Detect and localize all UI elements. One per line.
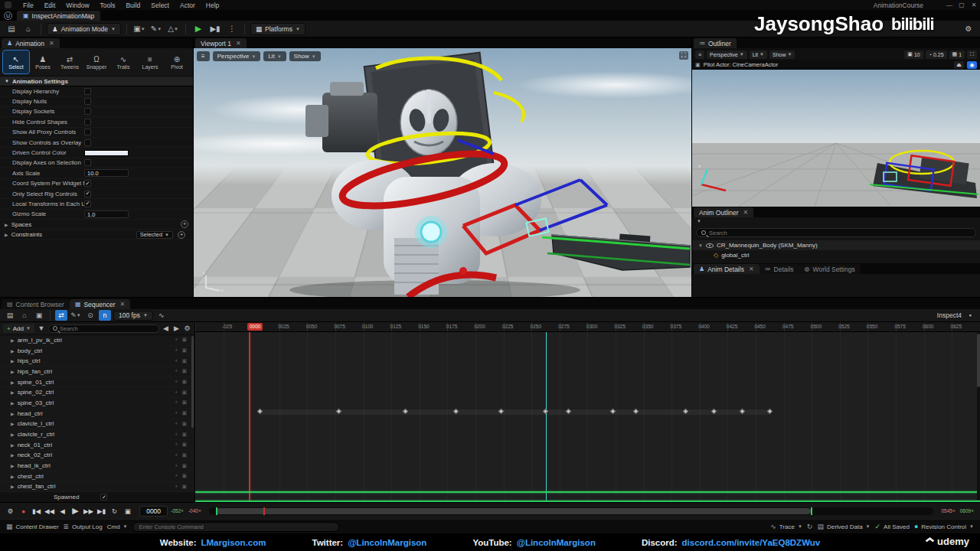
add-constraint-button[interactable]: + (178, 231, 185, 239)
spawned-checkbox[interactable]: ✓ (100, 494, 107, 500)
console-command-input[interactable] (132, 522, 339, 532)
close-icon[interactable]: ✕ (120, 301, 126, 308)
viewport-options-icon[interactable]: ≡ (695, 51, 704, 59)
setting-number-field[interactable]: 10.0 (84, 169, 129, 177)
menu-item-file[interactable]: File (18, 2, 39, 9)
curve-editor-icon[interactable]: ∿ (155, 310, 168, 321)
output-log-button[interactable]: ≣ Output Log (64, 523, 103, 530)
chevron-right-icon[interactable]: ▶ (11, 369, 15, 374)
pilot-camera-view[interactable]: z (692, 70, 980, 207)
setting-checkbox[interactable]: ✓ (84, 191, 91, 197)
camera-icon[interactable]: ▣ (181, 432, 187, 438)
working-range-end[interactable]: 0545+ (941, 508, 955, 514)
tab-sequencer[interactable]: ▦ Sequencer ✕ (70, 299, 130, 309)
working-range-start[interactable]: -040+ (188, 508, 201, 514)
add-key-icon[interactable]: + (175, 410, 178, 416)
track-search-input[interactable] (60, 325, 155, 332)
step-forward-button[interactable]: ▶▶ (83, 505, 94, 517)
animation-settings-header[interactable]: ▼ Animation Settings (0, 77, 193, 86)
editor-mode-dropdown[interactable]: ♟ Animation Mode ▼ (47, 23, 121, 35)
marker-line[interactable] (546, 332, 547, 503)
viewport-maximize-icon[interactable]: ⛶ (679, 51, 688, 60)
menu-item-help[interactable]: Help (201, 2, 224, 9)
mode-button-select[interactable]: ↖Select (3, 51, 29, 73)
setting-checkbox[interactable] (84, 139, 91, 146)
constraints-filter-dropdown[interactable]: Selected ▼ (136, 231, 173, 239)
grid-snap-button[interactable]: ▦1 (949, 51, 965, 59)
browse-icon[interactable]: ⌂ (21, 23, 35, 35)
chevron-right-icon[interactable]: ▶ (11, 380, 15, 385)
chevron-right-icon[interactable]: ▶ (11, 358, 15, 364)
footer-link[interactable]: @LincolnMargison (517, 538, 596, 547)
camera-icon[interactable]: ▣ (181, 484, 187, 490)
camera-speed-button[interactable]: ▣10 (904, 51, 923, 59)
track-row-chest_fan_ctrl[interactable]: ▶chest_fan_ctrl+▣ (0, 482, 194, 493)
add-key-icon[interactable]: + (175, 421, 178, 427)
footer-link[interactable]: LMargison.com (201, 538, 266, 547)
chevron-right-icon[interactable]: ▶ (11, 348, 15, 354)
trace-dropdown[interactable]: ∿ Trace ▼ (770, 523, 802, 530)
chevron-right-icon[interactable]: ▶ (11, 474, 15, 479)
jump-to-end-button[interactable]: ▶▮ (96, 505, 107, 517)
camera-icon[interactable]: ▣ (181, 410, 187, 416)
viewport-maximize-icon[interactable]: ⛶ (967, 51, 977, 59)
track-row-neck_02_ctrl[interactable]: ▶neck_02_ctrl+▣ (0, 451, 194, 461)
settings-gear-icon[interactable]: ⚙ (962, 23, 975, 35)
color-swatch[interactable] (84, 150, 129, 156)
previous-key-icon[interactable]: ◀ (162, 323, 170, 334)
constraints-row[interactable]: ▶ Constraints Selected ▼ + (0, 230, 193, 240)
add-key-icon[interactable]: + (175, 379, 178, 385)
timeline[interactable]: -025002500500075010001250150017502000225… (195, 322, 980, 503)
camera-icon[interactable]: ▣ (181, 473, 187, 479)
chevron-right-icon[interactable]: ▶ (11, 411, 15, 416)
lit-dropdown[interactable]: Lit▼ (750, 51, 767, 59)
revision-control-dropdown[interactable]: ● Revision Control ▼ (914, 523, 974, 530)
record-button[interactable]: ● (18, 505, 29, 517)
camera-icon[interactable]: ▣ (181, 368, 187, 374)
menu-item-tools[interactable]: Tools (95, 2, 121, 9)
view-range-end[interactable]: 0609+ (960, 508, 974, 514)
camera-icon[interactable]: ▣ (181, 358, 187, 364)
content-drawer-button[interactable]: ▦ Content Drawer (6, 523, 59, 530)
outliner-item-root[interactable]: ▼ CR_Mannequin_Body (SKM_Manny) (692, 240, 980, 250)
setting-checkbox[interactable] (84, 129, 91, 135)
landscape-icon[interactable]: △▼ (166, 23, 180, 35)
tab-outliner[interactable]: ≔ Outliner (694, 38, 737, 48)
track-row-hips_ctrl[interactable]: ▶hips_ctrl+▣ (0, 356, 194, 367)
camera-icon[interactable]: ▣ (181, 452, 187, 458)
menu-item-actor[interactable]: Actor (175, 2, 201, 9)
tab-world-settings[interactable]: ◍ World Settings (799, 264, 861, 274)
search-input[interactable] (709, 230, 971, 236)
perspective-dropdown[interactable]: Perspective▼ (213, 51, 261, 61)
unreal-logo-icon[interactable]: U (4, 11, 12, 20)
mode-button-snapper[interactable]: ΩSnapper (83, 51, 109, 73)
track-row-head_ik_ctrl[interactable]: ▶head_ik_ctrl+▣ (0, 461, 194, 471)
timeline-vertical-scrollbar[interactable] (977, 332, 980, 500)
navigate-playhead-button[interactable]: ⇄ (55, 310, 67, 321)
chevron-right-icon[interactable]: ▶ (11, 390, 15, 395)
add-space-button[interactable]: + (181, 220, 188, 228)
add-key-icon[interactable]: + (175, 432, 178, 438)
playhead-line[interactable] (249, 332, 250, 503)
screen-percentage-button[interactable]: ◔0.25 (926, 51, 947, 59)
add-key-icon[interactable]: + (175, 463, 178, 469)
jump-to-start-button[interactable]: ▮◀ (31, 505, 42, 517)
platforms-dropdown[interactable]: ▦ Platforms ▼ (250, 23, 305, 35)
current-frame-field[interactable]: 0000 (139, 506, 168, 517)
save-icon[interactable]: ▤ (5, 23, 18, 35)
close-icon[interactable]: ✕ (749, 266, 754, 272)
track-row-clavicle_l_ctrl[interactable]: ▶clavicle_l_ctrl+▣ (0, 419, 194, 430)
find-in-content-browser-icon[interactable]: ⌂ (18, 310, 31, 321)
track-settings-gear-icon[interactable]: ⚙ (183, 323, 191, 334)
timeline-ruler[interactable]: -025002500500075010001250150017502000225… (195, 322, 980, 332)
track-row-neck_01_ctrl[interactable]: ▶neck_01_ctrl+▣ (0, 440, 194, 451)
track-row-spine_03_ctrl[interactable]: ▶spine_03_ctrl+▣ (0, 398, 194, 409)
chevron-down-icon[interactable]: ▼ (697, 219, 701, 223)
tab-inspect-animation-map[interactable]: ▣ InspectAnimationMap (17, 11, 100, 21)
setting-number-field[interactable]: 1.0 (84, 210, 129, 218)
add-key-icon[interactable]: + (175, 358, 178, 364)
add-key-icon[interactable]: + (175, 347, 178, 354)
tab-animation[interactable]: ♟ Animation ✕ (2, 38, 60, 48)
chevron-right-icon[interactable]: ▶ (11, 400, 15, 406)
paint-icon[interactable]: ✎▼ (149, 23, 163, 35)
